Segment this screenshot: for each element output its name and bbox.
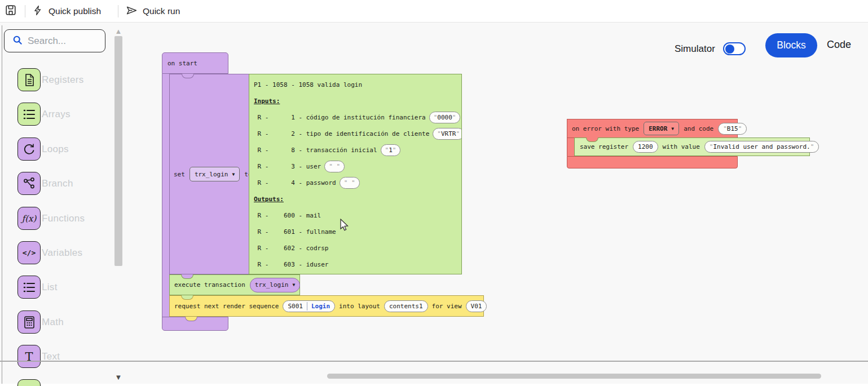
text-icon: T [17, 345, 41, 368]
field-text: " [452, 114, 456, 121]
with-value-label: with value [663, 143, 700, 150]
quick-run-label: Quick run [143, 6, 180, 16]
transaction-dropdown[interactable]: trx_login ▼ [250, 278, 300, 292]
on-error-foot[interactable] [567, 156, 738, 168]
quick-publish-label: Quick publish [49, 6, 101, 16]
field-text: " [351, 179, 355, 187]
block-text: R - 2 - tipo de identificación de client… [254, 130, 429, 137]
search-input[interactable] [28, 36, 101, 47]
list-icon [17, 276, 41, 299]
save-register-block[interactable]: save register 1200 with value "Invalid u… [574, 137, 810, 156]
block-text: R - 3 - user [254, 163, 321, 170]
into-layout-label: into layout [339, 303, 380, 310]
layout-name: contents1 [389, 303, 423, 310]
block-text: R - 8 - transacción inicial [254, 147, 377, 154]
execute-transaction-block[interactable]: execute transaction trx_login ▼ [169, 274, 300, 295]
register-number: 1200 [638, 143, 653, 150]
sidebar-item-math[interactable]: Math [0, 310, 113, 334]
variable-dropdown[interactable]: trx_login ▼ [190, 167, 240, 181]
sidebar-item-registers[interactable]: Registers [0, 68, 113, 91]
category-label: Loops [42, 137, 69, 161]
transaction-row: R - 2 - tipo de identificación de client… [254, 126, 460, 142]
simulator-toggle[interactable] [723, 42, 746, 55]
field-text: " [437, 130, 441, 137]
string-value-field[interactable]: "1" [381, 144, 401, 156]
search-box[interactable] [4, 29, 105, 52]
block-text: P1 - 1058 - 1058 valida login [254, 81, 362, 88]
code-tab-button[interactable]: Code [827, 39, 851, 51]
register-field[interactable]: 1200 [633, 141, 658, 153]
sequence-field[interactable]: S001 Login [283, 300, 335, 312]
save-register-label: save register [580, 143, 628, 150]
transaction-row: R - 600 - mail [254, 207, 460, 224]
on-error-body [567, 138, 575, 156]
transaction-row: R - 601 - fullname [254, 224, 460, 240]
string-value-field[interactable]: " " [324, 161, 345, 172]
category-label: List [42, 276, 58, 299]
block-text: R - 603 - iduser [254, 261, 328, 268]
block-label: on start [168, 60, 197, 67]
transaction-row: P1 - 1058 - 1058 valida login [254, 77, 460, 93]
transaction-name: trx_login [255, 281, 289, 289]
quote-mark: " [723, 125, 727, 132]
transaction-row: R - 602 - codrsp [254, 240, 460, 256]
field-text: 1 [389, 147, 393, 154]
on-error-block[interactable]: on error with type ERROR ▼ and code "B15… [567, 119, 738, 138]
layout-field[interactable]: contents1 [384, 300, 428, 312]
error-type-dropdown[interactable]: ERROR ▼ [644, 122, 679, 135]
execute-label: execute transaction [174, 281, 245, 289]
send-icon [126, 5, 138, 19]
on-error-label: on error with type [572, 125, 639, 132]
error-code-field[interactable]: "B15" [718, 123, 747, 135]
sidebar-item-text[interactable]: TText [0, 345, 113, 368]
on-start-foot[interactable] [162, 317, 228, 331]
block-text: R - 600 - mail [254, 212, 321, 219]
string-value-field[interactable]: "0000" [429, 112, 461, 123]
workspace-canvas: RegistersArraysLoopsBranchƒ(x)Functions<… [0, 23, 868, 384]
request-render-block[interactable]: request next render sequence S001 Login … [169, 295, 484, 317]
sidebar-item-list[interactable]: List [0, 276, 113, 299]
string-value-field[interactable]: " " [340, 177, 360, 189]
view-field[interactable]: V01 [466, 300, 487, 312]
sidebar-item-branch[interactable]: Branch [0, 172, 113, 195]
on-start-block[interactable]: on start [162, 52, 228, 74]
scroll-up-icon[interactable]: ▲ [113, 27, 124, 36]
set-variable-block[interactable]: set trx_login ▼ to [169, 74, 253, 274]
category-label: Branch [42, 172, 73, 195]
sidebar-item-functions[interactable]: ƒ(x)Functions [0, 207, 113, 230]
dropdown-arrow-icon: ▼ [671, 126, 674, 131]
transaction-row: Outputs: [254, 191, 460, 207]
field-text: " [336, 163, 340, 170]
field-divider [307, 302, 307, 310]
document-icon [17, 68, 41, 91]
horizontal-scrollbar-thumb[interactable] [327, 374, 821, 379]
and-code-label: and code [684, 125, 713, 132]
save-button[interactable] [5, 0, 17, 23]
transaction-row: R - 603 - iduser [254, 256, 460, 273]
field-text: 0000 [437, 114, 452, 121]
sidebar-item-arrays[interactable]: Arrays [0, 103, 113, 126]
field-text: " [434, 114, 438, 121]
transaction-value-block[interactable]: P1 - 1058 - 1058 valida loginInputs: R -… [249, 74, 462, 274]
for-view-label: for view [432, 303, 462, 310]
value-text: Invalid user and password. [713, 143, 810, 150]
on-start-body [162, 74, 170, 317]
value-field[interactable]: "Invalid user and password." [704, 141, 819, 153]
blocks-tab-button[interactable]: Blocks [765, 33, 817, 57]
fx-icon: ƒ(x) [17, 207, 41, 230]
category-label: Variables [42, 241, 82, 264]
list-icon [17, 103, 41, 126]
sidebar-scrollbar-thumb[interactable] [114, 36, 122, 266]
block-text: R - 601 - fullname [254, 228, 336, 236]
string-value-field[interactable]: "VRTR" [433, 128, 462, 140]
scroll-down-icon[interactable]: ▼ [113, 373, 124, 381]
sidebar-item-partial[interactable] [0, 379, 113, 386]
quick-run-button[interactable]: Quick run [126, 0, 180, 23]
transaction-row: R - 8 - transacción inicial"1" [254, 142, 460, 158]
simulator-label: Simulator [675, 43, 715, 55]
category-label: Registers [42, 68, 84, 91]
sidebar-item-variables[interactable]: </>Variables [0, 241, 113, 264]
sidebar-item-loops[interactable]: Loops [0, 137, 113, 161]
sequence-code: S001 [288, 303, 303, 310]
quick-publish-button[interactable]: Quick publish [33, 0, 101, 23]
